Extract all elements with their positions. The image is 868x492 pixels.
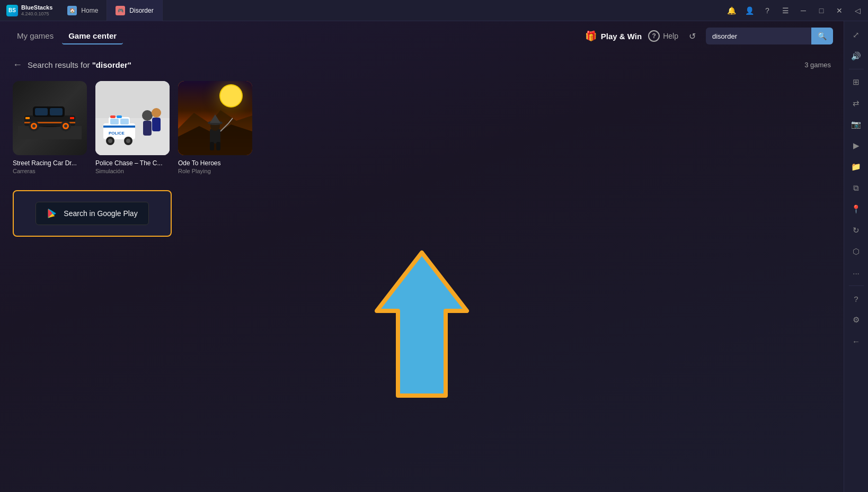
title-bar-left: BS BlueStacks 4.240.0.1075 🏠 Home 🎮 Diso… [0, 0, 163, 21]
game-name-1: Street Racing Car Dr... [13, 159, 87, 167]
search-icon: 🔍 [818, 32, 827, 40]
search-input[interactable] [706, 28, 811, 44]
search-button[interactable]: 🔍 [811, 28, 833, 44]
help-icon[interactable]: ? [759, 3, 776, 19]
games-count: 3 games [804, 61, 831, 69]
sidebar-back-icon[interactable]: ← [847, 332, 866, 351]
svg-rect-19 [110, 119, 119, 124]
google-play-icon [47, 208, 58, 219]
bluestacks-text: BlueStacks 4.240.0.1075 [21, 4, 52, 17]
help-label: Help [663, 32, 678, 40]
disorder-tab-icon: 🎮 [116, 6, 125, 15]
notifications-icon[interactable]: 🔔 [723, 3, 740, 19]
tab-home[interactable]: 🏠 Home [59, 0, 107, 21]
search-box: 🔍 [706, 28, 833, 44]
game-category-2: Simulación [95, 168, 170, 174]
games-grid: Street Racing Car Dr... Carreras [13, 81, 831, 174]
sidebar-rotate-icon[interactable]: ↻ [847, 221, 866, 240]
search-results-label: Search results for "disorder" [28, 60, 131, 69]
maximize-button[interactable]: □ [813, 3, 830, 19]
back-arrow-icon[interactable]: ◁ [849, 3, 866, 19]
sidebar-divider-2 [849, 285, 864, 286]
home-tab-label: Home [81, 7, 98, 14]
top-nav: My games Game center 🎁 Play & Win ? Help… [0, 21, 844, 51]
game-card-2[interactable]: POLICE [95, 81, 170, 174]
content-area: My games Game center 🎁 Play & Win ? Help… [0, 21, 844, 492]
sidebar-location-icon[interactable]: 📍 [847, 200, 866, 219]
svg-rect-28 [143, 121, 152, 136]
game-card-1[interactable]: Street Racing Car Dr... Carreras [13, 81, 87, 174]
game-thumb-1 [13, 81, 87, 155]
game-category-1: Carreras [13, 168, 87, 174]
svg-rect-21 [103, 126, 135, 128]
svg-rect-4 [35, 108, 48, 115]
game3-thumbnail [178, 81, 252, 155]
search-prefix: Search results for [28, 60, 90, 69]
search-query: "disorder" [92, 60, 131, 69]
bluestacks-icon: BS [6, 5, 18, 16]
right-sidebar: ⤢ 🔊 ⊞ ⇄ 📷 ▶ 📁 ⧉ 📍 ↻ ⬡ ··· ? ⚙ ← [844, 21, 868, 492]
help-button[interactable]: ? Help [648, 30, 678, 42]
svg-point-14 [64, 124, 67, 128]
home-tab-icon: 🏠 [67, 6, 77, 15]
page-content: ← Search results for "disorder" 3 games [0, 51, 844, 492]
game-thumb-3 [178, 81, 252, 155]
game-category-3: Role Playing [178, 168, 252, 174]
google-play-label: Search in Google Play [64, 209, 137, 218]
account-icon[interactable]: 👤 [741, 3, 758, 19]
svg-point-27 [142, 110, 153, 121]
back-button[interactable]: ← [13, 59, 22, 70]
play-win-button[interactable]: 🎁 Play & Win [585, 30, 642, 42]
tab-my-games[interactable]: My games [11, 28, 60, 44]
svg-rect-7 [25, 117, 30, 119]
svg-rect-0 [18, 126, 82, 139]
sidebar-mirror-icon[interactable]: ⬡ [847, 242, 866, 261]
svg-point-36 [220, 85, 242, 106]
sidebar-help-icon[interactable]: ? [847, 289, 866, 308]
main-layout: My games Game center 🎁 Play & Win ? Help… [0, 21, 868, 492]
svg-rect-45 [210, 142, 214, 150]
title-bar: BS BlueStacks 4.240.0.1075 🏠 Home 🎮 Diso… [0, 0, 868, 21]
minimize-button[interactable]: ─ [795, 3, 812, 19]
svg-rect-46 [216, 142, 220, 150]
sidebar-screen-icon[interactable]: ⊞ [847, 73, 866, 92]
svg-rect-8 [70, 117, 74, 119]
window-controls: 🔔 👤 ? ☰ ─ □ ✕ ◁ [723, 3, 868, 19]
game2-thumbnail: POLICE [95, 81, 170, 155]
game1-thumbnail [13, 81, 87, 155]
sidebar-volume-icon[interactable]: 🔊 [847, 47, 866, 66]
sidebar-copy-icon[interactable]: ⧉ [847, 178, 866, 198]
sidebar-video-icon[interactable]: ▶ [847, 136, 866, 155]
google-play-section: Search in Google Play [13, 190, 172, 237]
svg-rect-39 [210, 129, 220, 144]
nav-tabs: My games Game center [11, 28, 123, 44]
menu-icon[interactable]: ☰ [777, 3, 794, 19]
tab-game-center[interactable]: Game center [62, 28, 123, 44]
svg-rect-5 [50, 108, 63, 115]
heroes-svg [178, 81, 252, 155]
tab-disorder[interactable]: 🎮 Disorder [107, 0, 162, 21]
bluestacks-logo: BS BlueStacks 4.240.0.1075 [0, 0, 59, 21]
svg-rect-32 [117, 115, 122, 118]
sidebar-transfer-icon[interactable]: ⇄ [847, 94, 866, 113]
close-button[interactable]: ✕ [831, 3, 848, 19]
sidebar-folder-icon[interactable]: 📁 [847, 157, 866, 176]
sidebar-divider-1 [849, 69, 864, 69]
svg-text:POLICE: POLICE [109, 131, 125, 136]
sidebar-more-icon[interactable]: ··· [847, 263, 866, 282]
refresh-icon: ↺ [689, 31, 696, 41]
sidebar-screenshot-icon[interactable]: 📷 [847, 115, 866, 134]
svg-point-11 [32, 124, 36, 128]
help-circle-icon: ? [648, 30, 660, 42]
app-name: BlueStacks [21, 4, 52, 11]
svg-point-29 [152, 108, 161, 118]
refresh-button[interactable]: ↺ [685, 29, 699, 43]
game-name-2: Police Chase – The C... [95, 159, 170, 167]
google-play-button[interactable]: Search in Google Play [36, 202, 148, 225]
search-header: ← Search results for "disorder" 3 games [13, 59, 831, 70]
sidebar-settings-icon[interactable]: ⚙ [847, 310, 866, 329]
game-thumb-2: POLICE [95, 81, 170, 155]
app-version: 4.240.0.1075 [21, 11, 52, 17]
game-card-3[interactable]: Ode To Heroes Role Playing [178, 81, 252, 174]
sidebar-expand-icon[interactable]: ⤢ [847, 25, 866, 44]
